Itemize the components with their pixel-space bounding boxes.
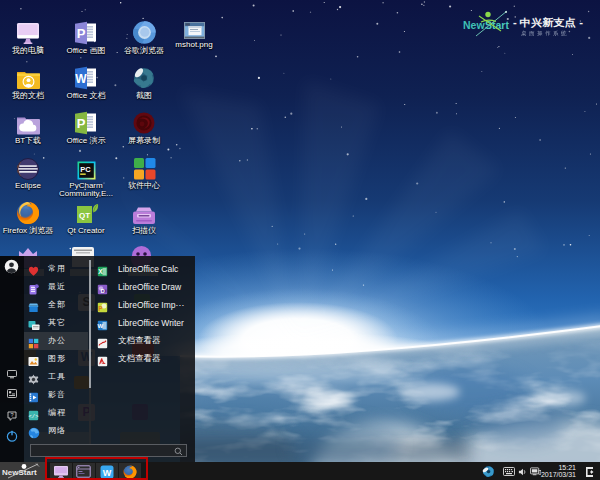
svg-text:X: X <box>98 268 103 275</box>
svg-text:QT: QT <box>78 211 89 220</box>
svg-text:P: P <box>77 26 86 41</box>
svg-text:W: W <box>98 323 104 329</box>
svg-text:D: D <box>101 288 105 294</box>
svg-text:- 中兴新支点 -: - 中兴新支点 - <box>513 17 583 29</box>
svg-text:New: New <box>463 19 485 31</box>
svg-text:P: P <box>98 305 103 312</box>
svg-text:P: P <box>77 116 86 131</box>
svg-text:桌面操作系统: 桌面操作系统 <box>521 30 569 37</box>
svg-text:</>: </> <box>29 413 39 420</box>
svg-text:PC: PC <box>80 165 91 174</box>
svg-text:Start: Start <box>485 19 509 31</box>
svg-text:W: W <box>75 72 87 86</box>
svg-text:?: ? <box>10 412 13 418</box>
